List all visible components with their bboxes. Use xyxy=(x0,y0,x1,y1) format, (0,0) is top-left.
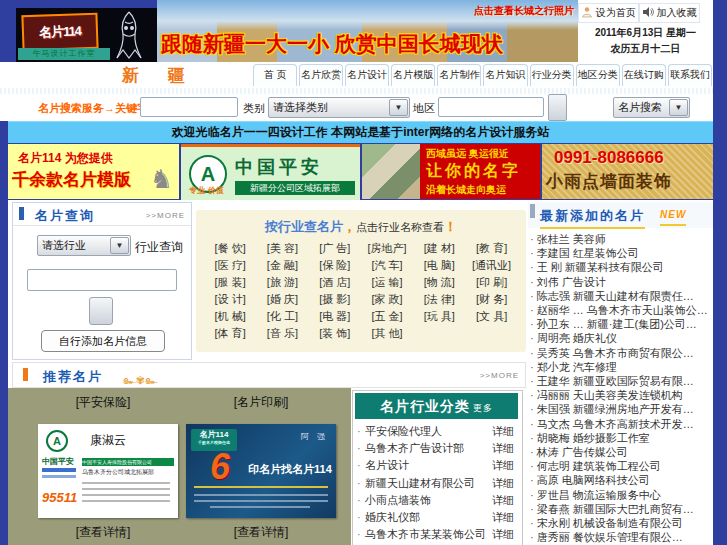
chevron-down-icon[interactable]: ▼ xyxy=(110,237,129,254)
industry-name-link[interactable]: 平安保险代理人 xyxy=(365,423,442,440)
category-link[interactable]: [体 育] xyxy=(204,325,256,342)
nav-tab[interactable]: 首 页 xyxy=(253,64,297,86)
greatwall-banner[interactable]: 跟随新疆一大一小 欣赏中国长城现状 点击查看长城之行照片 xyxy=(157,0,578,62)
latest-card-link[interactable]: 吴秀英 乌鲁木齐市商贸有限公… xyxy=(530,346,713,360)
category-link[interactable]: [电 器] xyxy=(309,308,361,325)
recommend-more-link[interactable]: >>MORE xyxy=(480,371,519,380)
latest-card-link[interactable]: 何志明 建筑装饰工程公司 xyxy=(530,459,713,473)
keyword-input[interactable] xyxy=(140,97,238,117)
industry-name-link[interactable]: 新疆天山建材有限公司 xyxy=(365,475,475,492)
industry-detail-link[interactable]: 详细 xyxy=(492,440,514,457)
category-link[interactable]: [汽 车] xyxy=(361,257,413,274)
category-link[interactable]: [家 政] xyxy=(361,291,413,308)
chevron-down-icon[interactable]: ▼ xyxy=(669,99,688,116)
add-favorite-link[interactable]: 加入收藏 xyxy=(639,3,700,23)
ad-pingan[interactable]: A 中国平安 专业·价值 新疆分公司区域拓展部 xyxy=(181,144,360,202)
latest-card-link[interactable]: 郑小龙 汽车修理 xyxy=(530,360,713,374)
category-link[interactable]: [五 金] xyxy=(361,308,413,325)
search-submit-button[interactable] xyxy=(548,94,567,121)
category-link[interactable]: [设 计] xyxy=(204,291,256,308)
latest-card-link[interactable]: 罗世昌 物流运输服务中心 xyxy=(530,488,713,502)
query-more-link[interactable]: >>MORE xyxy=(146,211,185,220)
industry-select[interactable]: 请选行业 ▼ xyxy=(37,235,131,256)
business-card-pingan[interactable]: A 中国平安 95511 康淑云 中国平安人寿保险股份有限公司 乌鲁木齐分公司城… xyxy=(38,424,178,518)
latest-card-link[interactable]: 周明亮 婚庆礼仪 xyxy=(530,331,713,345)
category-link[interactable]: [装 饰] xyxy=(309,325,361,342)
gallery-caption[interactable]: [查看详情] xyxy=(191,524,331,541)
latest-card-link[interactable]: 高原 电脑网络科技公司 xyxy=(530,473,713,487)
latest-card-link[interactable]: 梁春燕 新疆国际大巴扎商贸有… xyxy=(530,502,713,516)
quick-search-select[interactable]: 名片搜索 ▼ xyxy=(613,97,690,118)
category-link[interactable]: [其 他] xyxy=(361,325,413,342)
category-link[interactable]: [摄 影] xyxy=(309,291,361,308)
chevron-down-icon[interactable]: ▼ xyxy=(389,99,408,116)
latest-card-link[interactable]: 李建国 红星装饰公司 xyxy=(530,246,713,260)
nav-tab[interactable]: 行业分类 xyxy=(530,64,574,86)
category-link[interactable]: [法 律] xyxy=(413,291,465,308)
latest-card-link[interactable]: 孙卫东 … 新疆·建工(集团)公司… xyxy=(530,317,713,331)
industry-name-link[interactable]: 乌鲁木齐市某某装饰公司 xyxy=(365,526,486,543)
category-link[interactable]: [广 告] xyxy=(309,240,361,257)
industry-more-link[interactable]: 更多 xyxy=(473,403,493,413)
gallery-caption[interactable]: [平安保险] xyxy=(33,394,173,411)
latest-card-link[interactable]: 马文杰 乌鲁木齐高新技术开发… xyxy=(530,417,713,431)
category-link[interactable]: [旅 游] xyxy=(256,274,308,291)
industry-name-link[interactable]: 婚庆礼仪部 xyxy=(365,509,420,526)
industry-detail-link[interactable]: 详细 xyxy=(492,509,514,526)
category-link[interactable]: [婚 庆] xyxy=(256,291,308,308)
category-link[interactable]: [化 工] xyxy=(256,308,308,325)
banner-corner-link[interactable]: 点击查看长城之行照片 xyxy=(474,4,574,18)
category-link[interactable]: [房地产] xyxy=(361,240,413,257)
industry-detail-link[interactable]: 详细 xyxy=(492,423,514,440)
area-input[interactable] xyxy=(438,97,544,117)
industry-name-link[interactable]: 乌鲁木齐广告设计部 xyxy=(365,440,464,457)
site-logo[interactable]: 名片114 午马设计工作室 xyxy=(16,8,157,62)
category-link[interactable]: [玩 具] xyxy=(413,308,465,325)
category-link[interactable]: [餐 饮] xyxy=(204,240,256,257)
category-link[interactable]: [建 材] xyxy=(413,240,465,257)
latest-card-link[interactable]: 张桂兰 美容师 xyxy=(530,232,713,246)
industry-detail-link[interactable]: 详细 xyxy=(492,492,514,509)
business-card-mp114[interactable]: 名片114千款名片模版任选 阿 强 6 印名片找名片114 xyxy=(186,424,336,518)
industry-detail-link[interactable]: 详细 xyxy=(492,526,514,543)
add-card-button[interactable]: 自行添加名片信息 xyxy=(41,330,165,352)
latest-card-link[interactable]: 胡晓梅 婚纱摄影工作室 xyxy=(530,431,713,445)
category-link[interactable]: [机 械] xyxy=(204,308,256,325)
latest-card-link[interactable]: 朱国强 新疆绿洲房地产开发有… xyxy=(530,402,713,416)
category-link[interactable]: [通讯业] xyxy=(465,257,517,274)
category-link[interactable]: [物 流] xyxy=(413,274,465,291)
category-link[interactable]: [财 务] xyxy=(465,291,517,308)
category-link[interactable]: [保 险] xyxy=(309,257,361,274)
nav-tab[interactable]: 名片欣赏 xyxy=(299,64,343,86)
latest-card-link[interactable]: 宋永刚 机械设备制造有限公司 xyxy=(530,516,713,530)
category-select[interactable]: 请选择类别 ▼ xyxy=(268,97,410,118)
category-link[interactable]: [印 刷] xyxy=(465,274,517,291)
latest-card-link[interactable]: 刘伟 广告设计 xyxy=(530,275,713,289)
industry-name-link[interactable]: 名片设计 xyxy=(365,457,409,474)
latest-card-link[interactable]: 冯丽丽 天山美容美发连锁机构 xyxy=(530,388,713,402)
latest-card-link[interactable]: 陈志强 新疆天山建材有限责任… xyxy=(530,289,713,303)
category-link[interactable]: [医 疗] xyxy=(204,257,256,274)
category-link[interactable]: [美 容] xyxy=(256,240,308,257)
latest-card-link[interactable]: 唐秀丽 餐饮娱乐管理有限公… xyxy=(530,530,713,544)
category-link[interactable]: [文 具] xyxy=(465,308,517,325)
latest-card-link[interactable]: 王建华 新疆亚欧国际贸易有限… xyxy=(530,374,713,388)
nav-tab[interactable]: 联系我们 xyxy=(668,64,712,86)
ad-olympics-greatwall[interactable]: 西域虽远 奥运很近 让你的名字 沿着长城走向奥运 xyxy=(362,144,540,199)
gallery-caption[interactable]: [查看详情] xyxy=(33,524,173,541)
query-input[interactable] xyxy=(27,269,177,291)
industry-detail-link[interactable]: 详细 xyxy=(492,475,514,492)
ad-wall-decoration[interactable]: 0991-8086666 小雨点墙面装饰 xyxy=(542,144,713,199)
industry-detail-link[interactable]: 详细 xyxy=(492,457,514,474)
category-link[interactable]: [教 育] xyxy=(465,240,517,257)
gallery-caption[interactable]: [名片印刷] xyxy=(191,394,331,411)
category-link[interactable]: [音 乐] xyxy=(256,325,308,342)
category-link[interactable]: [金 融] xyxy=(256,257,308,274)
nav-tab[interactable]: 在线订购 xyxy=(622,64,666,86)
ad-mp114-templates[interactable]: 名片114 为您提供 千余款名片模版 ♞ xyxy=(8,144,179,199)
category-link[interactable]: [运 输] xyxy=(361,274,413,291)
latest-card-link[interactable]: 赵丽华 … 乌鲁木齐市天山装饰公… xyxy=(530,303,713,317)
nav-tab[interactable]: 名片模版 xyxy=(391,64,435,86)
nav-tab[interactable]: 名片知识 xyxy=(483,64,527,86)
query-submit-button[interactable] xyxy=(89,297,113,325)
